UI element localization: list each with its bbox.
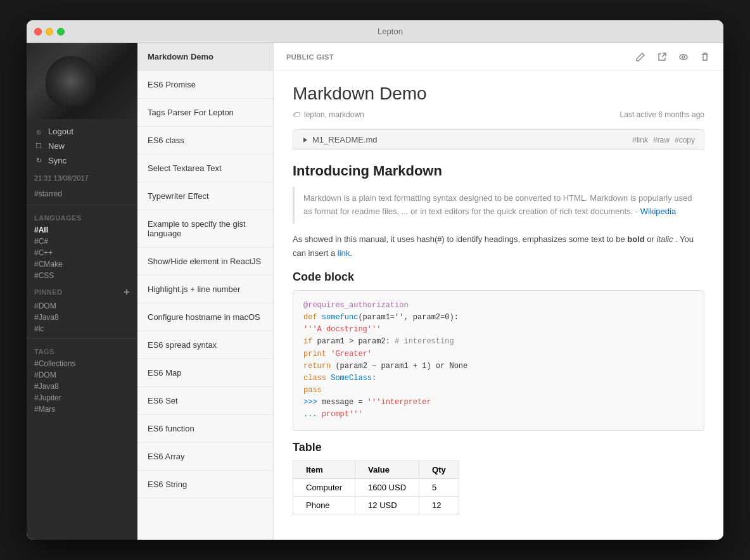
languages-list: #All #C# #C++ #CMake #CSS xyxy=(27,224,137,281)
tag-dom[interactable]: #DOM xyxy=(34,369,130,381)
logout-label: Logout xyxy=(48,127,73,136)
table-cell-item-1: Computer xyxy=(293,478,355,496)
divider-2 xyxy=(27,338,137,339)
logout-icon: ⎋ xyxy=(34,127,43,136)
pinned-section: PINNED + #DOM #Java8 #lc xyxy=(27,281,137,334)
pinned-dom[interactable]: #DOM xyxy=(34,300,130,312)
link-text[interactable]: link xyxy=(338,248,350,258)
code-line-8: pass xyxy=(303,385,694,397)
gist-item-configure-hostname[interactable]: Configure hostname in macOS xyxy=(137,303,273,331)
md-h2-table: Table xyxy=(293,441,704,454)
italic-text: italic xyxy=(656,234,673,244)
code-line-2: def somefunc(param1='', param2=0): xyxy=(303,312,694,324)
main-content: PUBLIC GIST xyxy=(274,43,723,540)
gist-item-tags-parser[interactable]: Tags Parser For Lepton xyxy=(137,99,273,127)
eye-icon[interactable] xyxy=(678,51,689,63)
external-link-icon[interactable] xyxy=(656,51,668,63)
gist-item-es6-set[interactable]: ES6 Set xyxy=(137,387,273,415)
tag-jupiter[interactable]: #Jupiter xyxy=(34,392,130,404)
traffic-lights xyxy=(34,28,65,35)
gist-item-es6-spread[interactable]: ES6 spread syntax xyxy=(137,331,273,359)
code-line-10: ... prompt''' xyxy=(303,409,694,421)
table-col-item: Item xyxy=(293,461,355,478)
app-window: Lepton ⎋ Logout ☐ New ↻ xyxy=(27,20,723,540)
md-h1: Introducing Markdown xyxy=(293,163,704,179)
add-pinned-button[interactable]: + xyxy=(124,286,130,298)
code-line-3: '''A docstring''' xyxy=(303,324,694,336)
tag-collections[interactable]: #Collections xyxy=(34,358,130,369)
pinned-header: PINNED + xyxy=(34,281,130,300)
md-h2-code: Code block xyxy=(293,270,704,284)
md-blockquote: Markdown is a plain text formatting synt… xyxy=(293,187,704,224)
languages-section-header: LANGUAGES xyxy=(27,209,137,224)
chevron-right-icon xyxy=(302,137,308,143)
file-raw-action[interactable]: #raw xyxy=(653,136,670,144)
sync-button[interactable]: ↻ Sync xyxy=(34,155,130,167)
pinned-lc[interactable]: #lc xyxy=(34,323,130,334)
gist-item-markdown-demo[interactable]: Markdown Demo xyxy=(137,43,273,71)
table-cell-item-2: Phone xyxy=(293,496,355,514)
gist-item-gist-language[interactable]: Example to specify the gist language xyxy=(137,210,273,248)
main-body: Markdown Demo 🏷 lepton, markdown Last ac… xyxy=(274,71,723,540)
table-row: Computer 1600 USD 5 xyxy=(293,478,459,496)
sidebar-lang-cmake[interactable]: #CMake xyxy=(34,258,130,270)
code-line-1: @requires_authorization xyxy=(303,300,694,312)
gist-item-es6-map[interactable]: ES6 Map xyxy=(137,359,273,387)
gist-item-es6-function[interactable]: ES6 function xyxy=(137,415,273,443)
gist-item-highlight-js[interactable]: Highlight.js + line number xyxy=(137,276,273,303)
wikipedia-link[interactable]: Wikipedia xyxy=(640,207,676,216)
minimize-button[interactable] xyxy=(46,28,53,35)
gist-tags: 🏷 lepton, markdown xyxy=(293,110,364,119)
svg-marker-2 xyxy=(303,137,307,143)
gist-item-es6-promise[interactable]: ES6 Promise xyxy=(137,71,273,99)
md-paragraph: As showed in this manual, it uses hash(#… xyxy=(293,232,704,260)
logout-button[interactable]: ⎋ Logout xyxy=(34,125,130,137)
close-button[interactable] xyxy=(34,28,42,35)
file-copy-action[interactable]: #copy xyxy=(675,136,695,144)
code-line-7: class SomeClass: xyxy=(303,372,694,385)
gist-item-es6-array[interactable]: ES6 Array xyxy=(137,443,273,471)
sidebar-actions: ⎋ Logout ☐ New ↻ Sync xyxy=(27,119,137,173)
titlebar: Lepton xyxy=(27,20,723,43)
sync-label: Sync xyxy=(48,156,67,165)
table-col-value: Value xyxy=(355,461,419,478)
sidebar-lang-css[interactable]: #CSS xyxy=(34,270,130,281)
code-line-4: if param1 > param2: # interesting xyxy=(303,336,694,348)
file-header: M1_README.md #link #raw #copy xyxy=(293,129,704,150)
code-line-9: >>> message = '''interpreter xyxy=(303,397,694,409)
bold-text: bold xyxy=(627,234,644,244)
table-header-row: Item Value Qty xyxy=(293,461,459,478)
gist-item-select-textarea[interactable]: Select Textarea Text xyxy=(137,155,273,182)
sidebar-lang-cpp[interactable]: #C++ xyxy=(34,247,130,258)
gist-item-typewriter[interactable]: Typewriter Effect xyxy=(137,182,273,210)
sidebar: ⎋ Logout ☐ New ↻ Sync 21:31 13/08/2017 #… xyxy=(27,43,137,540)
table-cell-value-1: 1600 USD xyxy=(355,478,419,496)
trash-icon[interactable] xyxy=(699,51,711,63)
sidebar-lang-all[interactable]: #All xyxy=(34,224,130,236)
tags-section-header: TAGS xyxy=(27,343,137,358)
new-icon: ☐ xyxy=(34,142,43,151)
window-title: Lepton xyxy=(65,27,716,36)
starred-tag[interactable]: #starred xyxy=(27,187,137,201)
new-button[interactable]: ☐ New xyxy=(34,140,130,152)
code-line-6: return (param2 − param1 + 1) or None xyxy=(303,360,694,372)
pinned-label: PINNED xyxy=(34,288,63,296)
sidebar-lang-csharp[interactable]: #C# xyxy=(34,236,130,247)
table-cell-value-2: 12 USD xyxy=(355,496,419,514)
svg-point-0 xyxy=(680,54,687,60)
gist-meta: 🏷 lepton, markdown Last active 6 months … xyxy=(293,110,704,119)
table-cell-qty-2: 12 xyxy=(419,496,459,514)
sidebar-datetime: 21:31 13/08/2017 xyxy=(27,173,137,187)
gist-item-es6-class[interactable]: ES6 class xyxy=(137,127,273,155)
file-name: M1_README.md xyxy=(302,135,378,144)
edit-icon[interactable] xyxy=(635,51,646,63)
maximize-button[interactable] xyxy=(57,28,65,35)
gist-item-es6-string[interactable]: ES6 String xyxy=(137,471,273,499)
tag-java8[interactable]: #Java8 xyxy=(34,381,130,392)
tag-mars[interactable]: #Mars xyxy=(34,404,130,415)
file-link-action[interactable]: #link xyxy=(632,136,648,144)
pinned-java8[interactable]: #Java8 xyxy=(34,312,130,323)
code-line-5: print 'Greater' xyxy=(303,348,694,360)
gist-item-show-hide[interactable]: Show/Hide element in ReactJS xyxy=(137,248,273,276)
public-gist-badge: PUBLIC GIST xyxy=(286,53,334,61)
